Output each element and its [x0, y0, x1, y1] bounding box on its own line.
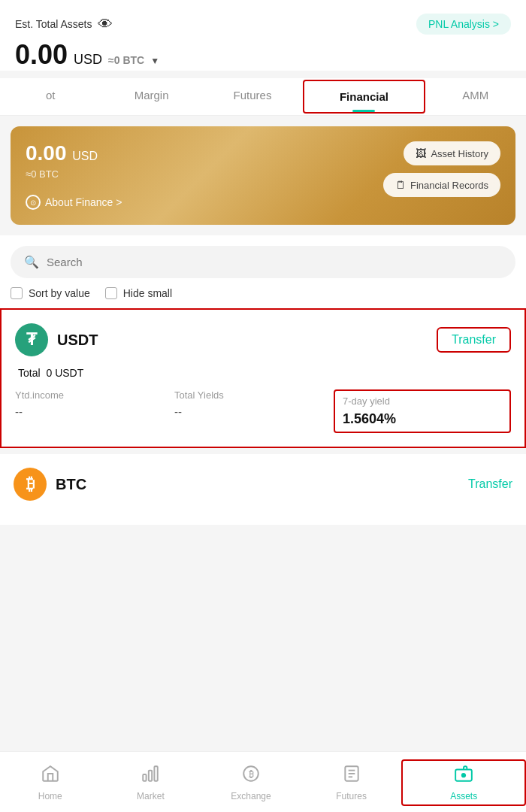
ytd-income-value: --	[15, 405, 174, 418]
exchange-icon: ₿	[241, 764, 261, 788]
search-input[interactable]	[47, 256, 502, 268]
sort-by-value-label: Sort by value	[29, 287, 90, 299]
hide-small-filter[interactable]: Hide small	[105, 287, 172, 299]
nav-exchange-label: Exchange	[231, 791, 271, 801]
usdt-total-value: 0 USDT	[46, 367, 83, 379]
seven-day-yield-label: 7-day yield	[343, 395, 502, 407]
card-left: 0.00 USD ≈0 BTC ⊙ About Finance >	[26, 141, 122, 210]
asset-history-icon: 🖼	[416, 147, 426, 159]
home-icon	[41, 764, 60, 788]
financial-records-button[interactable]: 🗒 Financial Records	[383, 173, 500, 197]
btc-transfer-button[interactable]: Transfer	[468, 477, 512, 491]
about-circle-icon: ⊙	[26, 195, 41, 210]
nav-assets-label: Assets	[450, 791, 477, 801]
svg-rect-1	[149, 771, 152, 781]
sort-by-value-filter[interactable]: Sort by value	[11, 287, 90, 299]
btc-name-row: ₿ BTC	[14, 468, 86, 501]
usdt-card-inner: ₮ USDT Transfer Total 0 USDT Ytd.income …	[2, 310, 524, 447]
total-value-row: 0.00 USD ≈0 BTC ▼	[15, 39, 511, 71]
usdt-asset-header: ₮ USDT Transfer	[15, 323, 511, 356]
svg-point-10	[462, 774, 465, 777]
usdt-asset-card: ₮ USDT Transfer Total 0 USDT Ytd.income …	[0, 308, 526, 448]
nav-assets[interactable]: Assets	[401, 759, 526, 806]
nav-home-label: Home	[38, 791, 62, 801]
eye-icon[interactable]: 👁	[98, 16, 113, 33]
bottom-nav: Home Market ₿ Exchange	[0, 751, 526, 812]
assets-icon	[454, 764, 473, 788]
svg-rect-0	[144, 774, 147, 781]
financial-overview-card: 0.00 USD ≈0 BTC ⊙ About Finance > 🖼 Asse…	[11, 126, 515, 225]
search-box[interactable]: 🔍	[11, 246, 515, 278]
btc-asset-header: ₿ BTC Transfer	[14, 468, 512, 501]
financial-records-icon: 🗒	[395, 179, 406, 191]
est-total-label: Est. Total Assets 👁	[15, 16, 113, 33]
financial-records-label: Financial Records	[410, 180, 488, 191]
asset-history-button[interactable]: 🖼 Asset History	[404, 141, 500, 165]
usdt-symbol: USDT	[57, 332, 98, 349]
tab-margin[interactable]: Margin	[101, 78, 201, 115]
tab-futures[interactable]: Futures	[202, 78, 303, 115]
pnl-analysis-button[interactable]: PNL Analysis >	[416, 14, 511, 35]
futures-icon	[342, 764, 361, 788]
about-finance-text: About Finance >	[45, 196, 122, 208]
svg-text:₿: ₿	[248, 769, 253, 780]
usdt-total-label: Total	[18, 367, 41, 379]
card-btc-approx: ≈0 BTC	[26, 168, 122, 180]
header: Est. Total Assets 👁 PNL Analysis > 0.00 …	[0, 0, 526, 71]
total-yields-value: --	[174, 405, 334, 418]
search-section: 🔍	[0, 235, 526, 278]
ytd-income-label: Ytd.income	[15, 389, 174, 401]
header-top: Est. Total Assets 👁 PNL Analysis >	[15, 14, 511, 35]
search-icon: 🔍	[24, 255, 39, 269]
total-yields-col: Total Yields --	[174, 389, 334, 433]
card-currency: USD	[72, 150, 98, 162]
total-value-number: 0.00	[15, 39, 68, 71]
usdt-transfer-button[interactable]: Transfer	[437, 327, 511, 353]
tab-financial[interactable]: Financial	[303, 80, 425, 114]
nav-market-label: Market	[137, 791, 165, 801]
tab-ot[interactable]: ot	[0, 78, 101, 115]
total-yields-label: Total Yields	[174, 389, 334, 401]
currency-label: USD	[74, 52, 102, 68]
asset-history-label: Asset History	[431, 148, 488, 159]
ytd-income-col: Ytd.income --	[15, 389, 174, 433]
seven-day-yield-value: 1.5604%	[343, 411, 502, 427]
btc-symbol: BTC	[56, 476, 86, 493]
card-amount-value: 0.00	[26, 141, 67, 165]
usdt-name-row: ₮ USDT	[15, 323, 98, 356]
about-finance-link[interactable]: ⊙ About Finance >	[26, 195, 122, 210]
sort-by-value-checkbox[interactable]	[11, 287, 23, 299]
dropdown-arrow-icon[interactable]: ▼	[150, 56, 159, 66]
nav-futures-label: Futures	[336, 791, 367, 801]
nav-market[interactable]: Market	[101, 764, 201, 801]
nav-home[interactable]: Home	[0, 764, 101, 801]
est-label-text: Est. Total Assets	[15, 18, 92, 30]
nav-futures[interactable]: Futures	[301, 764, 402, 801]
seven-day-yield-col: 7-day yield 1.5604%	[334, 389, 511, 433]
card-amount: 0.00 USD	[26, 141, 122, 165]
tab-amm[interactable]: AMM	[425, 78, 526, 115]
svg-rect-2	[155, 766, 158, 781]
usdt-yields-row: Ytd.income -- Total Yields -- 7-day yiel…	[15, 389, 511, 433]
usdt-icon: ₮	[15, 323, 48, 356]
filter-row: Sort by value Hide small	[0, 278, 526, 308]
hide-small-checkbox[interactable]	[105, 287, 117, 299]
market-icon	[141, 764, 160, 788]
btc-asset-card: ₿ BTC Transfer	[0, 448, 526, 525]
btc-icon: ₿	[14, 468, 47, 501]
tab-bar: ot Margin Futures Financial AMM	[0, 78, 526, 116]
btc-approx: ≈0 BTC	[108, 54, 144, 66]
nav-exchange[interactable]: ₿ Exchange	[201, 764, 301, 801]
usdt-total-row: Total 0 USDT	[15, 367, 511, 379]
card-right: 🖼 Asset History 🗒 Financial Records	[383, 141, 500, 197]
hide-small-label: Hide small	[123, 287, 172, 299]
